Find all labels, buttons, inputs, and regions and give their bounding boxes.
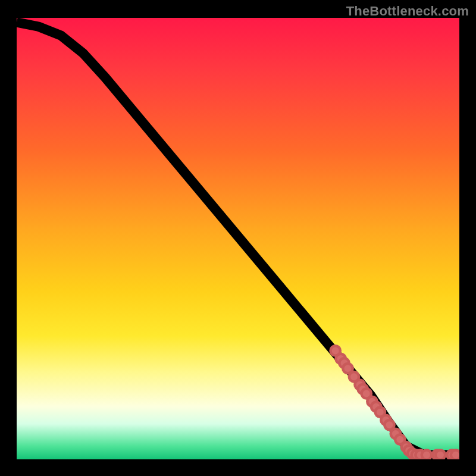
highlight-dot [422, 450, 431, 459]
bottleneck-curve [17, 22, 459, 455]
chart-frame: TheBottleneck.com [0, 0, 476, 476]
watermark-text: TheBottleneck.com [346, 4, 469, 19]
highlight-dot [436, 450, 445, 459]
highlight-dot [451, 450, 459, 459]
highlight-dots-group [330, 346, 459, 459]
curve-svg [17, 18, 459, 459]
plot-area [17, 18, 459, 459]
